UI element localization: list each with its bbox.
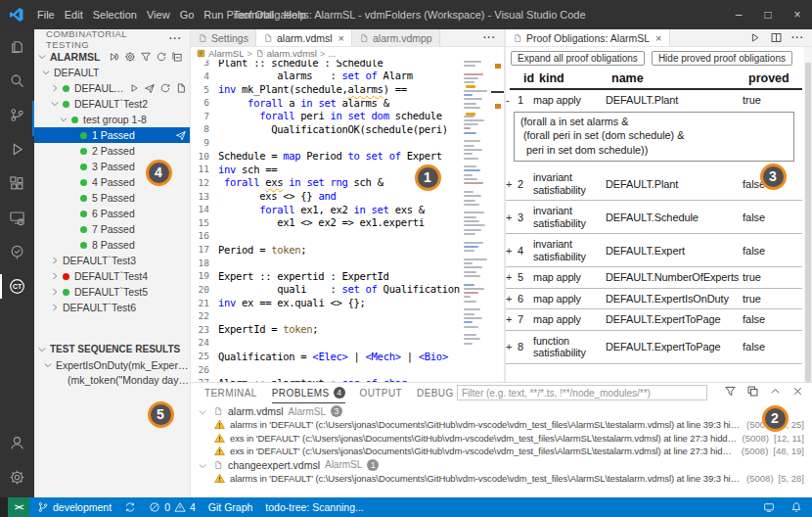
code-line[interactable]: 14 forall ex1, ex2 in set exs & (191, 203, 462, 216)
maximize-button[interactable]: □ (753, 0, 783, 29)
tree-item-default-test6[interactable]: DEFAULT`Test6 (34, 300, 190, 315)
tree-item-default-test3[interactable]: DEFAULT`Test3 (34, 253, 190, 268)
expand-all-button[interactable]: Expand all proof obligations (511, 51, 645, 66)
breadcrumb[interactable]: AlarmSL>alarm.vdmsl>... (191, 47, 504, 60)
close-tab-icon[interactable]: × (655, 32, 661, 44)
expand-row-icon[interactable]: + (506, 313, 518, 325)
result-item[interactable]: (mk_token("Monday day"), ... (34, 372, 190, 387)
run-icon[interactable] (748, 31, 761, 44)
expand-row-icon[interactable]: + (506, 245, 518, 257)
activity-test-explorer[interactable] (0, 235, 34, 269)
menu-help[interactable]: Help (279, 9, 311, 21)
filter-icon[interactable] (724, 385, 737, 398)
code-line[interactable]: 4 alarms : set of Alarm (191, 70, 462, 83)
code-line[interactable]: 5inv mk_Plant(schedule,alarms) == (191, 82, 462, 96)
code-line[interactable]: 24 (191, 336, 462, 350)
po-row-5[interactable]: +5map applyDEFAULT.NumberOfExpertstrue (506, 267, 802, 289)
tree-item-8-passed[interactable]: 8 Passed (34, 237, 190, 253)
code-line[interactable]: 20 quali : set of Qualification (191, 283, 462, 297)
code-line[interactable]: 22 (191, 309, 462, 323)
breadcrumb-item[interactable]: alarm.vdmsl (267, 48, 317, 59)
code-line[interactable]: 8 QualificationOK(schedule(peri) (191, 122, 462, 136)
close-panel-icon[interactable] (791, 385, 804, 398)
tree-item-5-passed[interactable]: 5 Passed (34, 190, 190, 206)
tree-item-default-t[interactable]: DEFAULT`T... (34, 80, 190, 96)
funnel-icon[interactable] (140, 51, 152, 63)
minimap[interactable] (462, 52, 491, 382)
expand-row-icon[interactable]: + (506, 212, 518, 223)
code-line[interactable]: 6 forall a in set alarms & (191, 96, 462, 110)
problem-group-alarm-vdmsl[interactable]: alarm.vdmslAlarmSL3 (191, 404, 812, 418)
expand-row-icon[interactable]: + (506, 341, 518, 352)
panel-tab-output[interactable]: OUTPUT (360, 383, 403, 403)
activity-source-control[interactable] (0, 98, 34, 132)
panel-tab-terminal[interactable]: TERMINAL (204, 383, 257, 403)
more-actions-icon[interactable]: ··· (791, 32, 804, 43)
open-panel-in-editor-icon[interactable] (746, 385, 759, 398)
split-editor-icon[interactable] (770, 31, 783, 44)
tree-item-default-test4[interactable]: DEFAULT`Test4 (34, 268, 190, 284)
breadcrumb-item[interactable]: ... (328, 48, 336, 59)
code-line[interactable]: 17Period = token; (191, 243, 462, 257)
po-row-6[interactable]: +6map applyDEFAULT.ExpertIsOnDutytrue (506, 289, 802, 310)
activity-extensions[interactable] (0, 166, 34, 201)
gear-icon[interactable] (124, 51, 136, 63)
hide-proved-button[interactable]: Hide proved proof obligations (652, 51, 792, 66)
result-item[interactable]: ExpertIsOnDuty(mk_Expert(m... (34, 357, 190, 372)
code-line[interactable]: 18 (191, 256, 462, 269)
code-editor[interactable]: 3Plant :: schedule : Schedule4 alarms : … (191, 56, 462, 382)
tab-alarm-vdmsl[interactable]: alarm.vdmsl× (256, 29, 352, 46)
activity-explorer[interactable] (0, 29, 34, 64)
play-icon[interactable] (128, 82, 140, 94)
tree-item-6-passed[interactable]: 6 Passed (34, 206, 190, 221)
problem-group-changeexpert-vdmsl[interactable]: changeexpert.vdmslAlarmSL1 (191, 458, 812, 472)
tab-settings[interactable]: Settings (191, 29, 256, 46)
tab-alarm-vdmpp[interactable]: alarm.vdmpp (352, 29, 440, 46)
git-branch-status[interactable]: development (37, 501, 112, 513)
expand-row-icon[interactable]: + (506, 293, 518, 305)
po-scrollbar[interactable] (804, 47, 812, 382)
tree-item-default-test2[interactable]: DEFAULT`Test2 (34, 96, 190, 112)
remote-window-icon[interactable] (763, 501, 775, 513)
code-line[interactable]: 13 exs <> {} and (191, 189, 462, 203)
code-line[interactable]: 10Schedule = map Period to set of Expert (191, 149, 462, 163)
menu-run[interactable]: Run (199, 9, 228, 21)
problems-status[interactable]: 0 4 (149, 501, 196, 513)
menu-view[interactable]: View (142, 9, 175, 21)
code-line[interactable]: 26 (191, 362, 462, 376)
run-all-icon[interactable] (109, 51, 120, 63)
problem-item[interactable]: exs in 'DEFAULT' (c:\Users\jonas\Documen… (191, 445, 812, 458)
po-row-1[interactable]: -1map applyDEFAULT.Planttrue (506, 90, 802, 111)
tab-proof-obligations[interactable]: Proof Obligations: AlarmSL × (506, 29, 670, 46)
problem-item[interactable]: alarms in 'DEFAULT' (c:\Users\jonas\Docu… (191, 472, 812, 486)
po-row-7[interactable]: +7map applyDEFAULT.ExpertToPagefalse (506, 309, 802, 331)
section-alarmsl[interactable]: ALARMSL (34, 48, 190, 65)
activity-settings-gear[interactable] (0, 460, 34, 494)
activity-remote-explorer[interactable] (0, 201, 34, 235)
problem-item[interactable]: alarms in 'DEFAULT' (c:\Users\jonas\Docu… (191, 418, 812, 432)
todo-tree-status[interactable]: todo-tree: Scanning... (265, 501, 363, 513)
menu-selection[interactable]: Selection (88, 9, 142, 21)
new-doc-icon[interactable] (175, 82, 187, 94)
code-line[interactable]: 23ExpertId = token; (191, 323, 462, 337)
git-graph-status[interactable]: Git Graph (208, 501, 253, 513)
menu-file[interactable]: File (32, 9, 60, 21)
activity-run-debug[interactable] (0, 132, 34, 166)
sync-status[interactable] (124, 501, 136, 513)
expand-row-icon[interactable]: + (506, 271, 518, 283)
code-line[interactable]: 16 (191, 229, 462, 243)
po-row-4[interactable]: +4invariant satisfiabilityDEFAULT.Expert… (506, 234, 802, 267)
expand-row-icon[interactable]: + (506, 178, 518, 190)
activity-search[interactable] (0, 64, 34, 98)
sidebar-more-actions-icon[interactable]: ··· (169, 33, 182, 44)
breadcrumb-item[interactable]: AlarmSL (208, 48, 244, 59)
menu-edit[interactable]: Edit (60, 9, 88, 21)
maximize-panel-icon[interactable] (769, 385, 782, 398)
tree-item-2-passed[interactable]: 2 Passed (34, 143, 190, 159)
tree-item-default[interactable]: DEFAULT (34, 65, 190, 80)
panel-tab-problems[interactable]: PROBLEMS4 (272, 383, 345, 403)
code-line[interactable]: 21inv ex == ex.quali <> {}; (191, 296, 462, 309)
problem-item[interactable]: exs in 'DEFAULT' (c:\Users\jonas\Documen… (191, 432, 812, 446)
send-icon[interactable] (175, 129, 187, 141)
code-line[interactable]: 7 forall peri in set dom schedule (191, 110, 462, 123)
